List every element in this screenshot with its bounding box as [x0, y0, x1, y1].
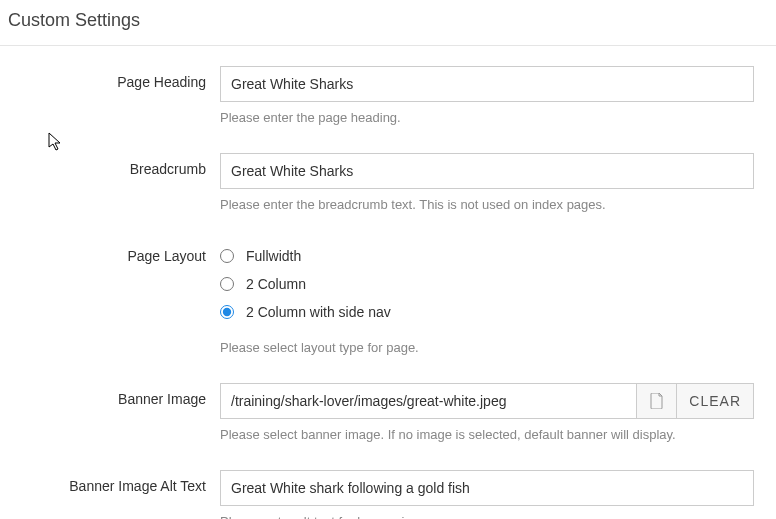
input-breadcrumb[interactable] — [220, 153, 754, 189]
input-banner-alt[interactable] — [220, 470, 754, 506]
field-banner-alt: Please enter alt text for banner image. — [220, 470, 766, 519]
panel-header: Custom Settings — [0, 0, 776, 46]
label-banner-image: Banner Image — [10, 383, 220, 442]
input-page-heading[interactable] — [220, 66, 754, 102]
hint-page-heading: Please enter the page heading. — [220, 110, 754, 125]
radio-2column[interactable] — [220, 277, 234, 291]
radio-2column-sidenav[interactable] — [220, 305, 234, 319]
hint-breadcrumb: Please enter the breadcrumb text. This i… — [220, 197, 754, 212]
row-breadcrumb: Breadcrumb Please enter the breadcrumb t… — [10, 153, 766, 212]
row-page-layout: Page Layout Fullwidth 2 Column 2 Column … — [10, 240, 766, 355]
clear-button[interactable]: CLEAR — [677, 383, 754, 419]
label-banner-alt: Banner Image Alt Text — [10, 470, 220, 519]
radio-label-2column-sidenav[interactable]: 2 Column with side nav — [246, 304, 391, 320]
radio-group-layout: Fullwidth 2 Column 2 Column with side na… — [220, 240, 754, 326]
radio-label-2column[interactable]: 2 Column — [246, 276, 306, 292]
field-page-heading: Please enter the page heading. — [220, 66, 766, 125]
browse-button[interactable] — [637, 383, 677, 419]
radio-row-2column-sidenav: 2 Column with side nav — [220, 298, 754, 326]
field-banner-image: CLEAR Please select banner image. If no … — [220, 383, 766, 442]
field-page-layout: Fullwidth 2 Column 2 Column with side na… — [220, 240, 766, 355]
file-icon — [650, 393, 664, 409]
form-area: Page Heading Please enter the page headi… — [0, 46, 776, 519]
label-page-layout: Page Layout — [10, 240, 220, 355]
radio-fullwidth[interactable] — [220, 249, 234, 263]
field-breadcrumb: Please enter the breadcrumb text. This i… — [220, 153, 766, 212]
hint-banner-alt: Please enter alt text for banner image. — [220, 514, 754, 519]
label-page-heading: Page Heading — [10, 66, 220, 125]
radio-row-2column: 2 Column — [220, 270, 754, 298]
hint-banner-image: Please select banner image. If no image … — [220, 427, 754, 442]
label-breadcrumb: Breadcrumb — [10, 153, 220, 212]
row-banner-image: Banner Image CLEAR Please select banner … — [10, 383, 766, 442]
input-banner-image[interactable] — [220, 383, 637, 419]
hint-page-layout: Please select layout type for page. — [220, 340, 754, 355]
row-page-heading: Page Heading Please enter the page headi… — [10, 66, 766, 125]
radio-label-fullwidth[interactable]: Fullwidth — [246, 248, 301, 264]
row-banner-alt: Banner Image Alt Text Please enter alt t… — [10, 470, 766, 519]
page-title: Custom Settings — [8, 10, 768, 31]
radio-row-fullwidth: Fullwidth — [220, 242, 754, 270]
image-input-row: CLEAR — [220, 383, 754, 419]
